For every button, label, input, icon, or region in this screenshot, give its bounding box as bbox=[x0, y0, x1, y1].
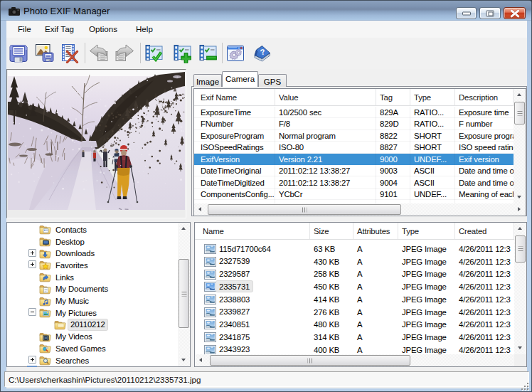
toolbar-delete-tag-button[interactable] bbox=[59, 42, 80, 65]
tree-item-my-pictures[interactable]: My Pictures bbox=[7, 307, 190, 319]
tree-item-searches[interactable]: Searches bbox=[7, 354, 190, 366]
exif-row-ISOSpeedRatings[interactable]: ISOSpeedRatingsISO-808827SHORTISO speed … bbox=[194, 142, 514, 153]
exif-col-tag[interactable]: Tag bbox=[376, 89, 410, 105]
exif-row-FNumber[interactable]: FNumberF/8829DRATIO...F number bbox=[194, 118, 514, 129]
exif-row-ComponentsConfig[interactable]: ComponentsConfig...YCbCr9101UNDEF...Mean… bbox=[194, 189, 514, 200]
menu-help[interactable]: Help bbox=[129, 21, 159, 38]
exif-hscrollbar[interactable] bbox=[194, 203, 526, 216]
tab-camera[interactable]: Camera bbox=[222, 71, 258, 87]
tree-item-my-documents[interactable]: My Documents bbox=[7, 283, 190, 295]
file-cell-size: 63 KB bbox=[310, 243, 353, 255]
close-button[interactable] bbox=[504, 7, 526, 19]
menu-file[interactable]: File bbox=[11, 21, 38, 38]
tab-image[interactable]: Image bbox=[193, 74, 222, 87]
tree-item-saved-games[interactable]: Saved Games bbox=[7, 342, 190, 354]
toolbar-save-button[interactable] bbox=[9, 42, 30, 65]
tree-item-my-music[interactable]: My Music bbox=[7, 295, 190, 307]
tree-scroll-thumb[interactable] bbox=[179, 259, 189, 328]
file-list-vscrollbar[interactable] bbox=[514, 223, 526, 354]
file-row-2335731[interactable]: 2335731450 KBAJPEG Image4/26/2011 12:3 bbox=[195, 280, 514, 293]
exif-row-ExposureProgram[interactable]: ExposureProgramNormal program8822SHORTEx… bbox=[194, 130, 514, 142]
toolbar-prev-image-button[interactable] bbox=[89, 42, 110, 65]
tree-item-20110212[interactable]: 20110212 bbox=[7, 319, 190, 331]
exif-cell-description: Exposure time bbox=[455, 107, 514, 118]
file-list-scroll-up-button[interactable] bbox=[514, 223, 526, 235]
tree-item-desktop[interactable]: Desktop bbox=[7, 235, 190, 248]
toolbar-options-window-button[interactable] bbox=[225, 42, 247, 65]
folder-videos-icon bbox=[39, 332, 51, 342]
maximize-button[interactable] bbox=[479, 7, 501, 19]
prev-image-icon bbox=[89, 43, 109, 63]
tab-gps[interactable]: GPS bbox=[258, 74, 287, 87]
toolbar-tag-add-button[interactable] bbox=[173, 42, 194, 65]
exif-scroll-thumb[interactable] bbox=[208, 204, 401, 215]
collapse-icon[interactable] bbox=[28, 308, 36, 316]
tree-scrollbar[interactable] bbox=[178, 223, 190, 366]
tree-item-favorites[interactable]: Favorites bbox=[7, 259, 190, 271]
file-name: 2339827 bbox=[216, 307, 252, 317]
exif-table: Exif NameValueTagTypeDescriptionExposure… bbox=[193, 88, 526, 216]
exif-scroll-left-button[interactable] bbox=[194, 203, 206, 216]
expand-icon[interactable] bbox=[28, 260, 36, 268]
tree-label: Links bbox=[53, 272, 76, 282]
status-panel: C:\Users\cherkashin\Pictures\20110212\23… bbox=[4, 371, 529, 387]
exif-scroll-down-button[interactable] bbox=[514, 191, 526, 203]
file-row-115d71700c64[interactable]: 115d71700c6463 KBAJPEG Image4/26/2011 12… bbox=[195, 243, 514, 255]
menu-options[interactable]: Options bbox=[83, 21, 124, 38]
resize-grip[interactable] bbox=[521, 383, 530, 391]
tree-item-links[interactable]: Links bbox=[7, 271, 190, 283]
minimize-button[interactable] bbox=[456, 7, 477, 19]
file-list-scroll-down-button[interactable] bbox=[514, 342, 526, 354]
file-row-2340851[interactable]: 2340851480 KBAJPEG Image4/26/2011 12:3 bbox=[195, 318, 514, 331]
file-col-name[interactable]: Name bbox=[195, 223, 310, 239]
file-list-hscrollbar[interactable] bbox=[195, 354, 514, 366]
file-row-2329587[interactable]: 2329587258 KBAJPEG Image4/26/2011 12:3 bbox=[195, 268, 514, 281]
exif-vscrollbar[interactable] bbox=[514, 89, 526, 203]
exif-scroll-thumb[interactable] bbox=[514, 102, 525, 125]
toolbar-help-book-button[interactable]: ? bbox=[252, 42, 273, 65]
exif-row-ExifVersion[interactable]: ExifVersionVersion 2.219000UNDEF...Exif … bbox=[194, 154, 514, 165]
exif-scroll-right-button[interactable] bbox=[514, 203, 526, 216]
folder-downloads-icon bbox=[39, 248, 51, 259]
toolbar-next-image-button[interactable] bbox=[115, 42, 136, 65]
file-list-scroll-thumb[interactable] bbox=[515, 235, 526, 263]
file-cell-size: 430 KB bbox=[310, 255, 353, 268]
exif-row-ExposureTime[interactable]: ExposureTime10/2500 sec829ARATIO...Expos… bbox=[194, 107, 514, 118]
expand-icon[interactable] bbox=[28, 356, 36, 364]
file-name: 2335731 bbox=[216, 281, 252, 292]
file-row-2338803[interactable]: 2338803414 KBAJPEG Image4/26/2011 12:3 bbox=[195, 293, 514, 306]
exif-col-type[interactable]: Type bbox=[410, 89, 455, 105]
tree-item-contacts[interactable]: Contacts bbox=[7, 223, 190, 235]
exif-cell-name: DateTimeOriginal bbox=[194, 165, 275, 176]
file-row-2327539[interactable]: 2327539430 KBAJPEG Image4/26/2011 12:3 bbox=[195, 255, 514, 268]
exif-scroll-up-button[interactable] bbox=[514, 89, 526, 101]
toolbar-save-image-button[interactable] bbox=[35, 42, 56, 65]
tree-item-my-videos[interactable]: My Videos bbox=[7, 331, 190, 343]
file-col-attributes[interactable]: Attributes bbox=[353, 223, 398, 239]
exif-cell-value: 10/2500 sec bbox=[275, 107, 376, 118]
menu-exif-tag[interactable]: Exif Tag bbox=[38, 21, 80, 38]
exif-cell-type: ASCII bbox=[410, 176, 455, 188]
exif-row-DateTimeDigitized[interactable]: DateTimeDigitized2011:02:12 13:38:279004… bbox=[194, 176, 514, 188]
file-col-created[interactable]: Created bbox=[455, 223, 514, 239]
exif-col-description[interactable]: Description bbox=[455, 89, 514, 105]
exif-col-value[interactable]: Value bbox=[275, 89, 376, 105]
exif-cell-type: RATIO... bbox=[410, 107, 455, 118]
exif-col-name[interactable]: Exif Name bbox=[194, 89, 275, 105]
file-list-scroll-left-button[interactable] bbox=[195, 354, 207, 366]
toolbar-tag-check-button[interactable] bbox=[144, 42, 166, 65]
file-row-2341875[interactable]: 2341875314 KBAJPEG Image4/26/2011 12:3 bbox=[195, 331, 514, 344]
exif-row-DateTimeOriginal[interactable]: DateTimeOriginal2011:02:12 13:38:279003A… bbox=[194, 165, 514, 176]
tree-scroll-up-button[interactable] bbox=[178, 223, 190, 235]
toolbar-tag-remove-button[interactable] bbox=[198, 42, 220, 65]
file-col-size[interactable]: Size bbox=[310, 223, 353, 239]
tree-scroll-down-button[interactable] bbox=[178, 354, 190, 366]
file-row-2339827[interactable]: 2339827276 KBAJPEG Image4/26/2011 12:3 bbox=[195, 306, 514, 319]
file-col-type[interactable]: Type bbox=[398, 223, 455, 239]
file-list-scroll-thumb[interactable] bbox=[210, 355, 410, 366]
title-bar[interactable]: Photo EXIF Manager bbox=[1, 1, 531, 21]
tree-item-downloads[interactable]: Downloads bbox=[7, 248, 190, 260]
exif-cell-name: ExposureProgram bbox=[194, 130, 275, 142]
expand-icon[interactable] bbox=[28, 249, 36, 257]
exif-cell-description: Exif version bbox=[455, 154, 514, 165]
